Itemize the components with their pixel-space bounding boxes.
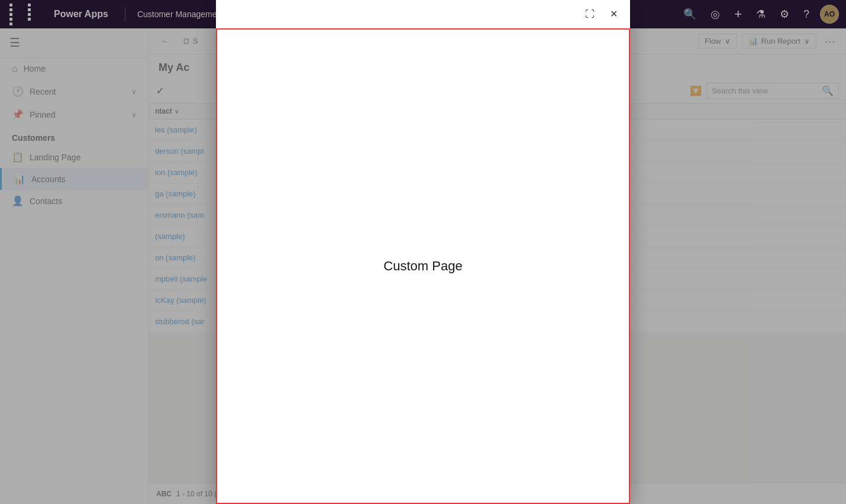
modal-close-button[interactable]: ✕ bbox=[604, 5, 623, 24]
modal-overlay: ⛶ ✕ Custom Page bbox=[0, 0, 846, 504]
modal-body: Custom Page bbox=[216, 28, 630, 504]
modal-content-label: Custom Page bbox=[383, 259, 462, 274]
modal-dialog: ⛶ ✕ Custom Page bbox=[216, 0, 630, 504]
expand-icon: ⛶ bbox=[585, 9, 595, 20]
modal-expand-button[interactable]: ⛶ bbox=[580, 5, 599, 24]
modal-header: ⛶ ✕ bbox=[216, 0, 630, 28]
close-icon: ✕ bbox=[610, 8, 618, 20]
